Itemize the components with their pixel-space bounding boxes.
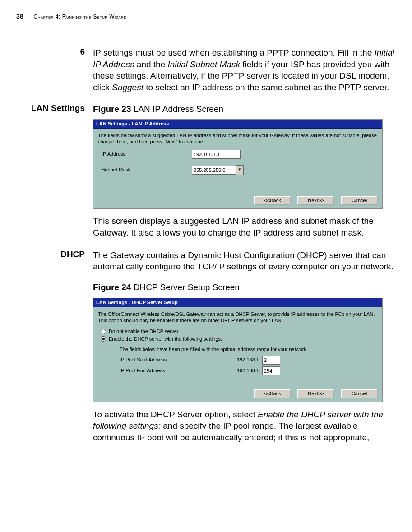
pool-start-input[interactable] (262, 356, 280, 365)
chapter-title: Chapter 4: Running the Setup Wizard (33, 14, 126, 20)
page-number: 38 (16, 13, 24, 20)
back-button[interactable]: <<Back (254, 196, 291, 205)
pool-end-input[interactable] (262, 366, 280, 375)
screenshot-dhcp-setup: LAN Settings - DHCP Server Setup The Off… (93, 298, 383, 402)
ip-address-input[interactable] (192, 150, 241, 159)
page-header: 38 Chapter 4: Running the Setup Wizard (16, 13, 396, 20)
subnet-mask-dropdown-button[interactable]: ▼ (236, 165, 244, 175)
window-intro-text: The fields below show a suggested LAN IP… (98, 132, 378, 145)
figure-23-caption: Figure 23 LAN IP Address Screen (93, 103, 396, 115)
next-button[interactable]: Next>> (297, 389, 334, 398)
pool-end-label: IP Pool End Address (120, 367, 237, 374)
cancel-button[interactable]: Cancel (341, 389, 378, 398)
figure-24-caption: Figure 24 DHCP Server Setup Screen (93, 282, 396, 293)
next-button[interactable]: Next>> (297, 196, 334, 205)
back-button[interactable]: <<Back (254, 389, 291, 398)
radio-disable-dhcp[interactable] (101, 329, 106, 334)
subnet-mask-label: Subnet Mask (102, 167, 192, 173)
ip-address-label: IP Address (102, 151, 192, 157)
subnet-mask-input[interactable] (192, 166, 236, 175)
lan-description: This screen displays a suggested LAN IP … (93, 215, 396, 238)
pool-end-prefix: 192.168.1. (237, 367, 260, 374)
window-intro-text: The OfficeConnect Wireless Cable/DSL Gat… (98, 311, 378, 324)
window-title: LAN Settings - LAN IP Address (93, 120, 382, 129)
pool-start-label: IP Pool Start Address (120, 356, 237, 363)
pool-start-prefix: 192.168.1. (237, 356, 260, 363)
radio-enable-dhcp-label: Enable the DHCP server with the followin… (109, 336, 222, 342)
dhcp-intro: The Gateway contains a Dynamic Host Conf… (93, 250, 396, 273)
cancel-button[interactable]: Cancel (341, 196, 378, 205)
dhcp-after-text: To activate the DHCP Server option, sele… (93, 409, 396, 444)
section-heading-dhcp: DHCP (60, 250, 85, 259)
radio-enable-dhcp[interactable] (101, 336, 106, 342)
pool-note: The fields below have been pre-filled wi… (120, 346, 378, 353)
screenshot-lan-ip: LAN Settings - LAN IP Address The fields… (93, 119, 383, 209)
window-title: LAN Settings - DHCP Server Setup (93, 298, 382, 307)
section-heading-lan: LAN Settings (31, 103, 85, 113)
step-6-text: IP settings must be used when establishi… (93, 47, 396, 93)
radio-disable-dhcp-label: Do not enable the DHCP server (109, 328, 179, 335)
step-number-6: 6 (80, 47, 85, 56)
